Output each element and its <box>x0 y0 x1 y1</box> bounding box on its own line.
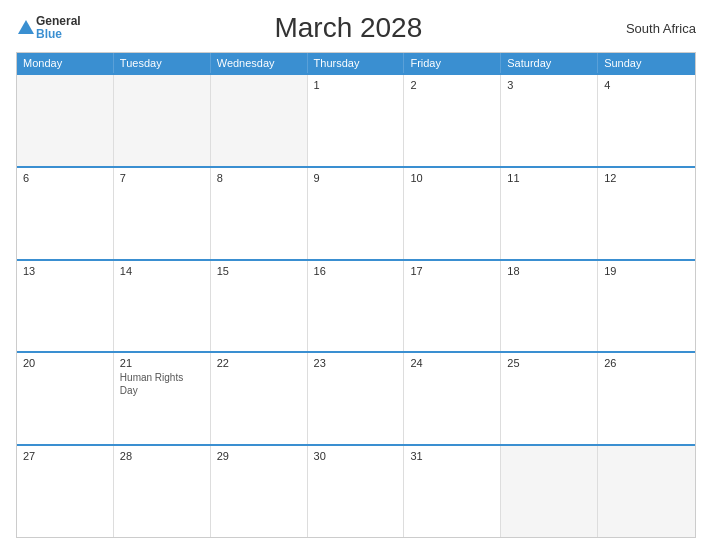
cal-cell-1: 1 <box>308 75 405 166</box>
calendar-body: 1 2 3 4 6 7 8 9 10 11 12 13 14 15 16 1 <box>17 73 695 537</box>
logo-text: General Blue <box>36 15 81 41</box>
header-saturday: Saturday <box>501 53 598 73</box>
cal-cell-20: 20 <box>17 353 114 444</box>
cal-cell <box>114 75 211 166</box>
logo: General Blue <box>16 15 81 41</box>
week-row-4: 20 21 Human Rights Day 22 23 24 25 26 <box>17 351 695 444</box>
cal-cell-27: 27 <box>17 446 114 537</box>
cal-cell-23: 23 <box>308 353 405 444</box>
cal-cell-19: 19 <box>598 261 695 352</box>
cal-cell-empty <box>501 446 598 537</box>
calendar-grid: Monday Tuesday Wednesday Thursday Friday… <box>16 52 696 538</box>
calendar-title: March 2028 <box>81 12 616 44</box>
cal-cell-2: 2 <box>404 75 501 166</box>
cal-cell-17: 17 <box>404 261 501 352</box>
cal-cell-14: 14 <box>114 261 211 352</box>
header-friday: Friday <box>404 53 501 73</box>
holiday-human-rights-day: Human Rights Day <box>120 371 204 397</box>
cal-cell-25: 25 <box>501 353 598 444</box>
week-row-3: 13 14 15 16 17 18 19 <box>17 259 695 352</box>
cal-cell-4: 4 <box>598 75 695 166</box>
cal-cell-28: 28 <box>114 446 211 537</box>
cal-cell-16: 16 <box>308 261 405 352</box>
logo-triangle-icon <box>18 20 34 34</box>
calendar-header-row: Monday Tuesday Wednesday Thursday Friday… <box>17 53 695 73</box>
cal-cell-3: 3 <box>501 75 598 166</box>
cal-cell-6: 6 <box>17 168 114 259</box>
cal-cell-15: 15 <box>211 261 308 352</box>
calendar-page: General Blue March 2028 South Africa Mon… <box>0 0 712 550</box>
cal-cell-12: 12 <box>598 168 695 259</box>
country-label: South Africa <box>616 21 696 36</box>
week-row-5: 27 28 29 30 31 <box>17 444 695 537</box>
header-wednesday: Wednesday <box>211 53 308 73</box>
cal-cell-31: 31 <box>404 446 501 537</box>
cal-cell-18: 18 <box>501 261 598 352</box>
week-row-2: 6 7 8 9 10 11 12 <box>17 166 695 259</box>
cal-cell-13: 13 <box>17 261 114 352</box>
header-tuesday: Tuesday <box>114 53 211 73</box>
header-sunday: Sunday <box>598 53 695 73</box>
cal-cell-22: 22 <box>211 353 308 444</box>
cal-cell-10: 10 <box>404 168 501 259</box>
cal-cell-29: 29 <box>211 446 308 537</box>
cal-cell-empty <box>598 446 695 537</box>
cal-cell <box>17 75 114 166</box>
cal-cell-9: 9 <box>308 168 405 259</box>
cal-cell-24: 24 <box>404 353 501 444</box>
cal-cell-11: 11 <box>501 168 598 259</box>
week-row-1: 1 2 3 4 <box>17 73 695 166</box>
logo-blue: Blue <box>36 28 81 41</box>
cal-cell-7: 7 <box>114 168 211 259</box>
cal-cell-21: 21 Human Rights Day <box>114 353 211 444</box>
cal-cell <box>211 75 308 166</box>
cal-cell-30: 30 <box>308 446 405 537</box>
header: General Blue March 2028 South Africa <box>16 12 696 44</box>
cal-cell-26: 26 <box>598 353 695 444</box>
header-monday: Monday <box>17 53 114 73</box>
logo-icon <box>16 22 34 34</box>
cal-cell-8: 8 <box>211 168 308 259</box>
header-thursday: Thursday <box>308 53 405 73</box>
